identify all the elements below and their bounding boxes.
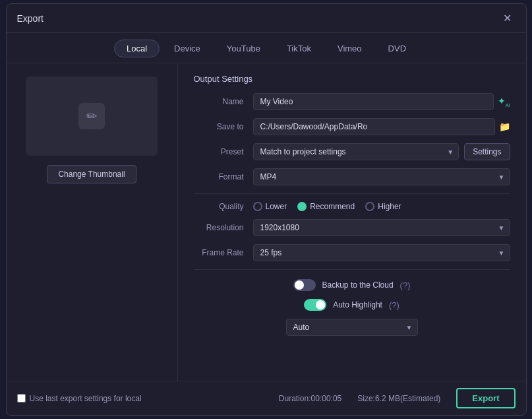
resolution-select[interactable]: 1920x1080 (253, 219, 510, 236)
tab-device[interactable]: Device (162, 40, 212, 57)
frame-rate-select[interactable]: 25 fps (253, 244, 510, 261)
auto-select-select-wrap: Auto ▼ (286, 319, 418, 336)
format-row: Format MP4 ▼ (194, 168, 510, 185)
left-panel: ✏ Change Thumbnail (7, 63, 178, 381)
quality-recommend-option[interactable]: Recommend (297, 202, 355, 211)
tab-dvd[interactable]: DVD (376, 40, 418, 57)
main-content: ✏ Change Thumbnail Output Settings Name … (7, 63, 526, 381)
auto-select[interactable]: Auto (286, 319, 418, 336)
duration-info: Duration:00:00:05 (279, 394, 341, 403)
name-row: Name ✦AI (194, 93, 510, 110)
auto-highlight-help-icon[interactable]: (?) (389, 300, 399, 310)
quality-lower-label: Lower (266, 202, 287, 211)
auto-highlight-toggle[interactable] (304, 299, 326, 311)
quality-row: Quality Lower Recommend Higher (194, 202, 510, 211)
quality-recommend-radio[interactable] (297, 202, 307, 211)
settings-button[interactable]: Settings (464, 143, 510, 160)
quality-radio-group: Lower Recommend Higher (253, 202, 401, 211)
resolution-row: Resolution 1920x1080 ▼ (194, 219, 510, 236)
auto-select-wrap: Auto ▼ (194, 319, 510, 336)
duration-value: 00:00:05 (311, 394, 342, 403)
auto-select-inner: Auto ▼ (286, 319, 418, 336)
dialog-title: Export (17, 13, 44, 24)
auto-highlight-toggle-thumb (316, 300, 325, 309)
footer-left: Use last export settings for local (17, 394, 142, 403)
frame-rate-row: Frame Rate 25 fps ▼ (194, 244, 510, 261)
quality-lower-radio[interactable] (253, 202, 262, 211)
close-button[interactable]: ✕ (499, 11, 516, 26)
title-bar: Export ✕ (7, 4, 526, 33)
footer: Use last export settings for local Durat… (7, 381, 526, 415)
thumbnail-preview: ✏ (26, 77, 158, 156)
tab-youtube[interactable]: YouTube (215, 40, 272, 57)
quality-recommend-label: Recommend (310, 202, 355, 211)
quality-lower-option[interactable]: Lower (253, 202, 287, 211)
backup-cloud-toggle[interactable] (293, 279, 316, 291)
quality-higher-label: Higher (378, 202, 401, 211)
toggles-section: Backup to the Cloud (?) Auto Highlight (… (194, 269, 510, 336)
duration-label: Duration: (279, 394, 311, 403)
name-input[interactable] (253, 93, 494, 110)
use-last-settings-checkbox[interactable] (17, 394, 26, 403)
format-select[interactable]: MP4 (253, 168, 510, 185)
auto-highlight-label: Auto Highlight (333, 300, 382, 309)
preset-select-wrap: Match to project settings ▼ (253, 143, 459, 160)
preset-select[interactable]: Match to project settings (253, 143, 459, 160)
export-dialog: Export ✕ Local Device YouTube TikTok Vim… (6, 3, 527, 416)
tabs-bar: Local Device YouTube TikTok Vimeo DVD (7, 33, 526, 63)
folder-icon[interactable]: 📁 (499, 121, 510, 132)
save-path-input[interactable] (253, 118, 495, 135)
size-info: Size:6.2 MB(Estimated) (357, 394, 440, 403)
use-last-settings-label: Use last export settings for local (30, 394, 142, 403)
auto-highlight-row: Auto Highlight (?) (194, 299, 510, 311)
quality-higher-radio[interactable] (365, 202, 374, 211)
size-value: 6.2 MB(Estimated) (375, 394, 440, 403)
thumbnail-edit-icon: ✏ (78, 103, 105, 129)
format-label: Format (194, 172, 253, 181)
format-select-wrap: MP4 ▼ (253, 168, 510, 185)
pencil-icon: ✏ (86, 108, 98, 124)
export-button[interactable]: Export (456, 388, 515, 408)
quality-higher-option[interactable]: Higher (365, 202, 401, 211)
tab-local[interactable]: Local (114, 40, 160, 57)
resolution-label: Resolution (194, 223, 253, 232)
preset-label: Preset (194, 147, 253, 156)
frame-rate-label: Frame Rate (194, 248, 253, 257)
resolution-select-wrap: 1920x1080 ▼ (253, 219, 510, 236)
ai-icon[interactable]: ✦AI (498, 96, 510, 108)
save-to-row: Save to 📁 (194, 118, 510, 135)
right-panel: Output Settings Name ✦AI Save to 📁 Prese… (178, 63, 526, 381)
footer-right: Duration:00:00:05 Size:6.2 MB(Estimated)… (279, 388, 516, 408)
path-row: 📁 (253, 118, 510, 135)
preset-row: Preset Match to project settings ▼ Setti… (194, 143, 510, 160)
frame-rate-select-wrap: 25 fps ▼ (253, 244, 510, 261)
save-to-label: Save to (194, 122, 253, 131)
change-thumbnail-button[interactable]: Change Thumbnail (47, 165, 136, 183)
name-label: Name (194, 97, 253, 106)
backup-cloud-label: Backup to the Cloud (322, 280, 394, 290)
backup-cloud-toggle-thumb (295, 280, 304, 290)
output-settings-title: Output Settings (194, 74, 510, 84)
backup-cloud-row: Backup to the Cloud (?) (194, 279, 510, 291)
quality-label: Quality (194, 202, 253, 211)
tab-tiktok[interactable]: TikTok (275, 40, 323, 57)
tab-vimeo[interactable]: Vimeo (326, 40, 374, 57)
backup-cloud-help-icon[interactable]: (?) (400, 280, 411, 290)
size-label: Size: (357, 394, 375, 403)
divider-1 (194, 193, 510, 194)
